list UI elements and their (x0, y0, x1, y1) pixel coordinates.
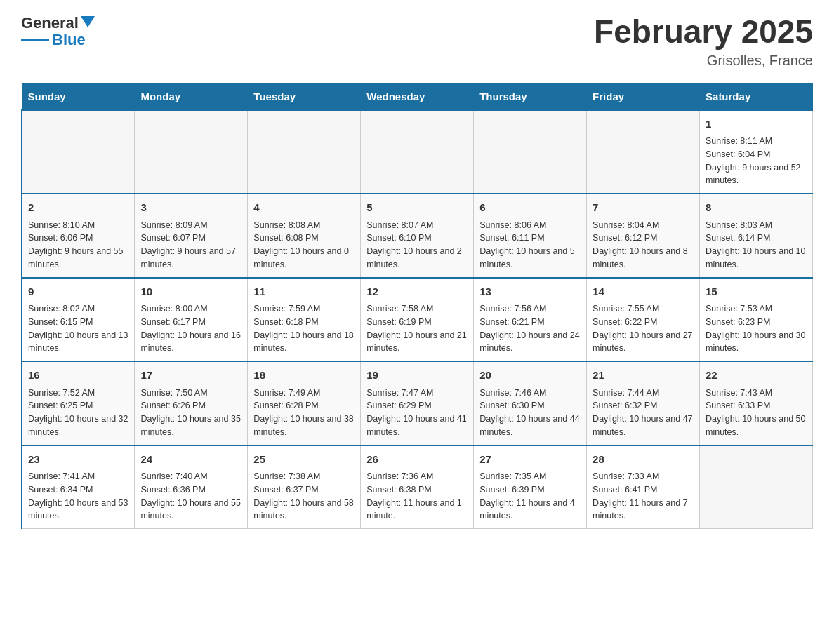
day-info: Sunrise: 7:50 AM Sunset: 6:26 PM Dayligh… (140, 387, 241, 439)
day-number: 20 (479, 368, 581, 384)
week-row-3: 16Sunrise: 7:52 AM Sunset: 6:25 PM Dayli… (22, 361, 813, 445)
day-info: Sunrise: 7:52 AM Sunset: 6:25 PM Dayligh… (28, 387, 128, 439)
week-row-2: 9Sunrise: 8:02 AM Sunset: 6:15 PM Daylig… (22, 278, 813, 362)
day-number: 28 (593, 452, 694, 468)
calendar-cell: 10Sunrise: 8:00 AM Sunset: 6:17 PM Dayli… (135, 278, 248, 362)
day-number: 26 (366, 452, 468, 468)
calendar-cell: 5Sunrise: 8:07 AM Sunset: 6:10 PM Daylig… (361, 194, 474, 278)
day-info: Sunrise: 8:10 AM Sunset: 6:06 PM Dayligh… (28, 219, 128, 271)
day-number: 5 (366, 200, 468, 216)
day-number: 23 (28, 452, 128, 468)
day-info: Sunrise: 7:35 AM Sunset: 6:39 PM Dayligh… (479, 470, 581, 523)
calendar-cell: 25Sunrise: 7:38 AM Sunset: 6:37 PM Dayli… (248, 445, 361, 529)
day-info: Sunrise: 7:53 AM Sunset: 6:23 PM Dayligh… (706, 302, 807, 355)
calendar-cell: 21Sunrise: 7:44 AM Sunset: 6:32 PM Dayli… (587, 361, 700, 445)
day-number: 17 (140, 368, 241, 384)
day-number: 18 (253, 368, 355, 384)
day-info: Sunrise: 7:44 AM Sunset: 6:32 PM Dayligh… (593, 387, 694, 439)
calendar-cell: 3Sunrise: 8:09 AM Sunset: 6:07 PM Daylig… (135, 194, 248, 278)
day-info: Sunrise: 8:11 AM Sunset: 6:04 PM Dayligh… (706, 135, 807, 187)
calendar-title: February 2025 (594, 14, 813, 50)
day-info: Sunrise: 7:47 AM Sunset: 6:29 PM Dayligh… (366, 387, 468, 439)
weekday-header-monday: Monday (135, 83, 248, 110)
day-number: 27 (479, 452, 581, 468)
calendar-cell: 18Sunrise: 7:49 AM Sunset: 6:28 PM Dayli… (248, 361, 361, 445)
day-info: Sunrise: 7:56 AM Sunset: 6:21 PM Dayligh… (479, 302, 581, 355)
day-info: Sunrise: 8:09 AM Sunset: 6:07 PM Dayligh… (140, 219, 241, 271)
calendar-cell: 16Sunrise: 7:52 AM Sunset: 6:25 PM Dayli… (22, 361, 135, 445)
day-number: 19 (366, 368, 468, 384)
week-row-0: 1Sunrise: 8:11 AM Sunset: 6:04 PM Daylig… (22, 110, 813, 194)
day-info: Sunrise: 7:43 AM Sunset: 6:33 PM Dayligh… (706, 387, 807, 439)
calendar-cell (474, 110, 587, 194)
weekday-header-row: SundayMondayTuesdayWednesdayThursdayFrid… (22, 83, 813, 110)
calendar-cell: 6Sunrise: 8:06 AM Sunset: 6:11 PM Daylig… (474, 194, 587, 278)
calendar-body: 1Sunrise: 8:11 AM Sunset: 6:04 PM Daylig… (22, 110, 813, 529)
day-number: 6 (479, 200, 581, 216)
day-info: Sunrise: 8:03 AM Sunset: 6:14 PM Dayligh… (706, 219, 807, 271)
day-number: 3 (140, 200, 241, 216)
day-number: 16 (28, 368, 128, 384)
day-info: Sunrise: 8:07 AM Sunset: 6:10 PM Dayligh… (366, 219, 468, 271)
day-number: 8 (706, 200, 807, 216)
calendar-cell (248, 110, 361, 194)
weekday-header-tuesday: Tuesday (248, 83, 361, 110)
day-info: Sunrise: 8:06 AM Sunset: 6:11 PM Dayligh… (479, 219, 581, 271)
day-info: Sunrise: 7:41 AM Sunset: 6:34 PM Dayligh… (28, 470, 128, 523)
calendar-cell: 28Sunrise: 7:33 AM Sunset: 6:41 PM Dayli… (587, 445, 700, 529)
calendar-cell: 4Sunrise: 8:08 AM Sunset: 6:08 PM Daylig… (248, 194, 361, 278)
weekday-header-friday: Friday (587, 83, 700, 110)
calendar-cell: 20Sunrise: 7:46 AM Sunset: 6:30 PM Dayli… (474, 361, 587, 445)
day-info: Sunrise: 7:58 AM Sunset: 6:19 PM Dayligh… (366, 302, 468, 355)
day-info: Sunrise: 8:02 AM Sunset: 6:15 PM Dayligh… (28, 302, 128, 355)
calendar-cell (22, 110, 135, 194)
calendar-cell (700, 445, 813, 529)
calendar-subtitle: Grisolles, France (594, 53, 813, 69)
day-info: Sunrise: 8:08 AM Sunset: 6:08 PM Dayligh… (253, 219, 355, 271)
calendar-cell: 26Sunrise: 7:36 AM Sunset: 6:38 PM Dayli… (361, 445, 474, 529)
title-section: February 2025 Grisolles, France (594, 14, 813, 69)
logo-divider (21, 39, 49, 41)
calendar-cell (361, 110, 474, 194)
day-number: 2 (28, 200, 128, 216)
day-info: Sunrise: 7:38 AM Sunset: 6:37 PM Dayligh… (253, 470, 355, 523)
day-number: 21 (593, 368, 694, 384)
day-info: Sunrise: 7:46 AM Sunset: 6:30 PM Dayligh… (479, 387, 581, 439)
day-number: 4 (253, 200, 355, 216)
day-info: Sunrise: 7:36 AM Sunset: 6:38 PM Dayligh… (366, 470, 468, 523)
day-info: Sunrise: 7:40 AM Sunset: 6:36 PM Dayligh… (140, 470, 241, 523)
calendar-cell: 17Sunrise: 7:50 AM Sunset: 6:26 PM Dayli… (135, 361, 248, 445)
logo-triangle-icon (81, 16, 95, 27)
day-number: 24 (140, 452, 241, 468)
weekday-header-saturday: Saturday (700, 83, 813, 110)
calendar-cell (135, 110, 248, 194)
logo-general-text: General (21, 14, 79, 32)
calendar-cell: 13Sunrise: 7:56 AM Sunset: 6:21 PM Dayli… (474, 278, 587, 362)
day-number: 22 (706, 368, 807, 384)
day-number: 25 (253, 452, 355, 468)
week-row-1: 2Sunrise: 8:10 AM Sunset: 6:06 PM Daylig… (22, 194, 813, 278)
day-number: 7 (593, 200, 694, 216)
calendar-cell: 23Sunrise: 7:41 AM Sunset: 6:34 PM Dayli… (22, 445, 135, 529)
logo-blue-text: Blue (52, 31, 86, 49)
weekday-header-sunday: Sunday (22, 83, 135, 110)
calendar-cell: 14Sunrise: 7:55 AM Sunset: 6:22 PM Dayli… (587, 278, 700, 362)
day-number: 13 (479, 284, 581, 300)
calendar-cell: 11Sunrise: 7:59 AM Sunset: 6:18 PM Dayli… (248, 278, 361, 362)
calendar-cell: 8Sunrise: 8:03 AM Sunset: 6:14 PM Daylig… (700, 194, 813, 278)
calendar-cell: 12Sunrise: 7:58 AM Sunset: 6:19 PM Dayli… (361, 278, 474, 362)
calendar-header: SundayMondayTuesdayWednesdayThursdayFrid… (22, 83, 813, 110)
day-number: 9 (28, 284, 128, 300)
calendar-cell: 24Sunrise: 7:40 AM Sunset: 6:36 PM Dayli… (135, 445, 248, 529)
day-number: 14 (593, 284, 694, 300)
day-number: 15 (706, 284, 807, 300)
day-info: Sunrise: 8:04 AM Sunset: 6:12 PM Dayligh… (593, 219, 694, 271)
day-info: Sunrise: 7:59 AM Sunset: 6:18 PM Dayligh… (253, 302, 355, 355)
weekday-header-wednesday: Wednesday (361, 83, 474, 110)
day-number: 1 (706, 116, 807, 133)
calendar-cell: 27Sunrise: 7:35 AM Sunset: 6:39 PM Dayli… (474, 445, 587, 529)
day-info: Sunrise: 7:49 AM Sunset: 6:28 PM Dayligh… (253, 387, 355, 439)
day-number: 10 (140, 284, 241, 300)
calendar-cell: 1Sunrise: 8:11 AM Sunset: 6:04 PM Daylig… (700, 110, 813, 194)
day-info: Sunrise: 7:55 AM Sunset: 6:22 PM Dayligh… (593, 302, 694, 355)
